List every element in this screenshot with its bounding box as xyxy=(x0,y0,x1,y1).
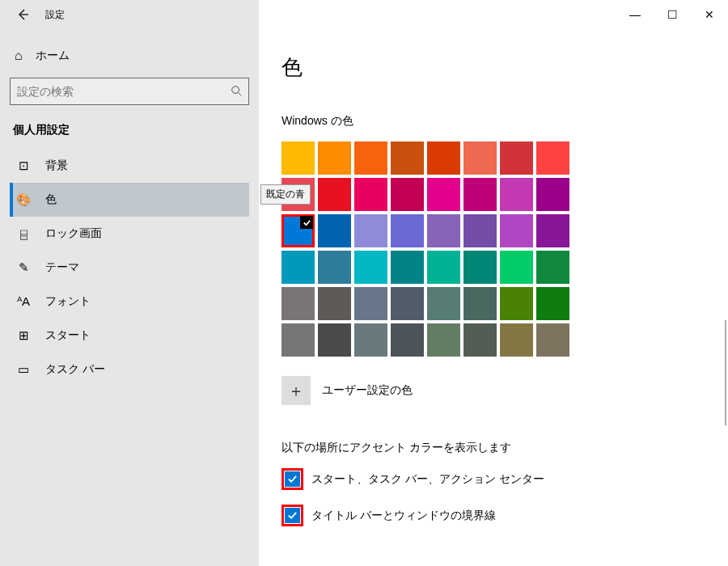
color-swatch[interactable] xyxy=(427,214,460,247)
content-panel: 色 Windows の色 ＋ ユーザー設定の色 以下の場所にアクセント カラーを… xyxy=(259,29,728,566)
titlebar: 設定 — ☐ ✕ xyxy=(0,0,728,29)
color-swatch[interactable] xyxy=(391,251,424,284)
color-swatch[interactable] xyxy=(391,214,424,247)
home-label: ホーム xyxy=(36,49,70,63)
color-swatch[interactable] xyxy=(281,323,315,357)
back-button[interactable] xyxy=(6,0,39,29)
color-swatch[interactable] xyxy=(463,287,497,320)
color-swatch[interactable] xyxy=(318,323,351,357)
checkbox[interactable] xyxy=(281,505,303,526)
color-swatch[interactable] xyxy=(354,142,387,175)
close-button[interactable]: ✕ xyxy=(691,0,728,29)
color-swatch[interactable] xyxy=(500,214,533,247)
color-swatch[interactable] xyxy=(536,323,569,357)
window-title: 設定 xyxy=(45,8,65,22)
color-swatch[interactable] xyxy=(391,287,424,320)
color-swatch[interactable] xyxy=(536,214,569,247)
color-swatch[interactable] xyxy=(427,142,460,175)
color-swatch[interactable] xyxy=(318,178,351,211)
color-swatch[interactable] xyxy=(281,214,315,247)
check-icon xyxy=(300,216,313,229)
checkbox[interactable] xyxy=(281,468,303,490)
checkbox-label: スタート、タスク バー、アクション センター xyxy=(311,472,544,487)
color-swatch[interactable] xyxy=(354,214,387,247)
home-icon: ⌂ xyxy=(15,49,23,63)
palette-label: Windows の色 xyxy=(281,114,705,129)
sidebar-section-title: 個人用設定 xyxy=(13,123,246,137)
sidebar-item-5[interactable]: ⊞スタート xyxy=(10,319,249,353)
color-swatch[interactable] xyxy=(354,251,387,284)
color-swatch[interactable] xyxy=(500,323,533,357)
sidebar-item-6[interactable]: ▭タスク バー xyxy=(10,353,249,386)
color-swatch[interactable] xyxy=(536,251,569,284)
nav-label: 背景 xyxy=(45,158,68,173)
page-heading: 色 xyxy=(281,53,705,82)
color-swatch[interactable] xyxy=(354,178,387,211)
search-box[interactable] xyxy=(10,78,249,105)
swatch-tooltip: 既定の青 xyxy=(260,184,311,205)
color-swatch[interactable] xyxy=(463,323,497,357)
color-swatch[interactable] xyxy=(391,142,424,175)
nav-icon: 🎨 xyxy=(16,192,31,207)
checkbox-row-0: スタート、タスク バー、アクション センター xyxy=(281,468,705,490)
search-icon xyxy=(231,85,242,99)
color-swatch[interactable] xyxy=(354,323,387,357)
scrollbar-indicator[interactable] xyxy=(725,320,726,425)
color-swatch[interactable] xyxy=(500,251,533,284)
color-swatch[interactable] xyxy=(318,287,351,320)
nav-label: 色 xyxy=(45,192,57,207)
sidebar-item-2[interactable]: ⌸ロック画面 xyxy=(10,217,249,251)
color-swatch[interactable] xyxy=(281,251,315,284)
checkbox-label: タイトル バーとウィンドウの境界線 xyxy=(311,509,496,523)
color-swatch[interactable] xyxy=(427,323,460,357)
search-input[interactable] xyxy=(17,85,231,98)
color-swatch[interactable] xyxy=(391,178,424,211)
color-swatch[interactable] xyxy=(281,287,315,320)
color-swatch[interactable] xyxy=(536,287,569,320)
plus-icon: ＋ xyxy=(288,380,304,402)
color-swatch[interactable] xyxy=(500,287,533,320)
sidebar-item-4[interactable]: ᴬAフォント xyxy=(10,285,249,319)
nav-icon: ⌸ xyxy=(16,227,31,241)
color-swatch[interactable] xyxy=(354,287,387,320)
nav-label: タスク バー xyxy=(45,362,105,377)
nav-label: フォント xyxy=(45,294,91,309)
color-swatch[interactable] xyxy=(500,142,533,175)
color-swatch[interactable] xyxy=(463,142,497,175)
color-swatch[interactable] xyxy=(463,178,497,211)
color-swatch[interactable] xyxy=(391,323,424,357)
color-swatch[interactable] xyxy=(318,142,351,175)
nav-label: テーマ xyxy=(45,260,79,275)
color-swatch[interactable] xyxy=(536,142,569,175)
sidebar-home[interactable]: ⌂ ホーム xyxy=(10,42,249,78)
color-swatch[interactable] xyxy=(427,287,460,320)
sidebar-item-0[interactable]: ⊡背景 xyxy=(10,149,249,183)
sidebar: ⌂ ホーム 個人用設定 ⊡背景🎨色⌸ロック画面✎テーマᴬAフォント⊞スタート▭タ… xyxy=(0,29,259,566)
nav-icon: ⊡ xyxy=(16,158,31,173)
custom-color-label: ユーザー設定の色 xyxy=(322,383,413,398)
color-swatch[interactable] xyxy=(536,178,569,211)
color-swatch[interactable] xyxy=(427,251,460,284)
svg-point-0 xyxy=(232,86,239,93)
minimize-button[interactable]: — xyxy=(616,0,654,29)
sidebar-item-1[interactable]: 🎨色 xyxy=(10,183,249,217)
color-swatch[interactable] xyxy=(318,214,351,247)
checkbox-row-1: タイトル バーとウィンドウの境界線 xyxy=(281,505,705,526)
accent-section-label: 以下の場所にアクセント カラーを表示します xyxy=(281,441,705,455)
color-swatch[interactable] xyxy=(500,178,533,211)
color-swatch[interactable] xyxy=(281,142,315,175)
color-swatch[interactable] xyxy=(318,251,351,284)
color-swatch[interactable] xyxy=(463,251,497,284)
sidebar-item-3[interactable]: ✎テーマ xyxy=(10,251,249,285)
maximize-button[interactable]: ☐ xyxy=(654,0,691,29)
color-palette xyxy=(281,142,569,357)
color-swatch[interactable] xyxy=(463,214,497,247)
nav-icon: ᴬA xyxy=(16,294,31,309)
nav-icon: ⊞ xyxy=(16,328,31,343)
color-swatch[interactable] xyxy=(427,178,460,211)
nav-label: ロック画面 xyxy=(45,226,102,241)
add-custom-color-button[interactable]: ＋ xyxy=(281,376,311,405)
nav-icon: ▭ xyxy=(16,362,31,377)
nav-icon: ✎ xyxy=(16,260,31,275)
nav-label: スタート xyxy=(45,328,91,343)
